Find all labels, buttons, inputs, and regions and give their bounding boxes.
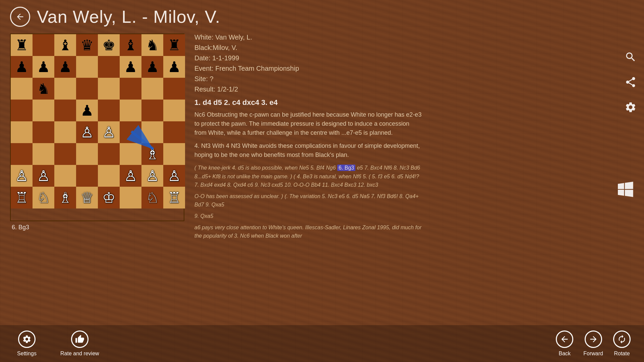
chess-piece: ♙ xyxy=(102,125,115,140)
chess-cell-6-5[interactable]: ♙ xyxy=(120,165,141,187)
thumbs-up-icon-circle xyxy=(71,330,89,348)
back-icon-circle xyxy=(556,330,573,348)
chess-cell-3-7[interactable] xyxy=(163,100,185,121)
game-info-panel: White: Van Wely, L. Black:Milov, V. Date… xyxy=(194,34,422,243)
settings-right-icon-btn[interactable] xyxy=(624,101,637,114)
game-result: Result: 1/2-1/2 xyxy=(194,85,422,93)
chess-cell-6-1[interactable]: ♙ xyxy=(33,165,54,187)
chess-cell-4-1[interactable] xyxy=(33,121,54,143)
chess-cell-3-2[interactable] xyxy=(54,100,76,121)
chess-cell-1-1[interactable]: ♟ xyxy=(33,56,54,78)
chess-cell-3-5[interactable] xyxy=(120,100,141,121)
chess-piece: ♟ xyxy=(59,60,72,74)
chess-cell-5-5[interactable] xyxy=(120,143,141,165)
chess-cell-1-3[interactable] xyxy=(76,56,98,78)
chess-cell-0-4[interactable]: ♚ xyxy=(98,34,120,56)
chess-cell-1-4[interactable] xyxy=(98,56,120,78)
chess-cell-0-5[interactable]: ♝ xyxy=(120,34,141,56)
chess-cell-7-6[interactable]: ♘ xyxy=(141,187,163,208)
chess-cell-0-7[interactable]: ♜ xyxy=(163,34,185,56)
chess-cell-2-7[interactable] xyxy=(163,78,185,100)
chess-cell-2-5[interactable] xyxy=(120,78,141,100)
bottom-left-controls: Settings Rate and review xyxy=(13,330,99,357)
share-icon-btn[interactable] xyxy=(624,75,637,89)
chess-cell-3-4[interactable] xyxy=(98,100,120,121)
chess-cell-1-2[interactable]: ♟ xyxy=(54,56,76,78)
chess-piece: ♔ xyxy=(102,190,115,205)
chess-cell-0-6[interactable]: ♞ xyxy=(141,34,163,56)
chess-cell-0-3[interactable]: ♛ xyxy=(76,34,98,56)
chess-cell-3-6[interactable] xyxy=(141,100,163,121)
chess-cell-2-6[interactable] xyxy=(141,78,163,100)
chess-cell-1-7[interactable]: ♟ xyxy=(163,56,185,78)
chess-cell-6-7[interactable]: ♙ xyxy=(163,165,185,187)
variation-1: ( The knee-jerk 4. d5 is also possible, … xyxy=(194,164,422,189)
chess-cell-5-2[interactable] xyxy=(54,143,76,165)
page-title: Van Wely, L. - Milov, V. xyxy=(37,7,220,27)
chess-cell-2-2[interactable] xyxy=(54,78,76,100)
chess-cell-6-3[interactable] xyxy=(76,165,98,187)
rotate-nav-button[interactable]: Rotate xyxy=(613,330,631,357)
chess-cell-0-2[interactable]: ♝ xyxy=(54,34,76,56)
chess-cell-5-7[interactable] xyxy=(163,143,185,165)
chess-cell-6-6[interactable]: ♙ xyxy=(141,165,163,187)
chess-cell-5-4[interactable] xyxy=(98,143,120,165)
chess-cell-4-4[interactable]: ♙ xyxy=(98,121,120,143)
chess-cell-3-3[interactable]: ♟ xyxy=(76,100,98,121)
chess-piece: ♟ xyxy=(37,60,50,74)
windows-icon-btn[interactable] xyxy=(617,181,634,198)
chess-cell-4-5[interactable] xyxy=(120,121,141,143)
chess-cell-7-5[interactable] xyxy=(120,187,141,208)
chess-cell-2-1[interactable]: ♞ xyxy=(33,78,54,100)
chess-cell-4-7[interactable] xyxy=(163,121,185,143)
chess-cell-7-0[interactable]: ♖ xyxy=(11,187,33,208)
chess-cell-3-1[interactable] xyxy=(33,100,54,121)
chess-piece: ♞ xyxy=(37,81,50,96)
chess-cell-7-2[interactable]: ♗ xyxy=(54,187,76,208)
chess-cell-6-4[interactable] xyxy=(98,165,120,187)
chess-cell-5-0[interactable] xyxy=(11,143,33,165)
annotation-2: 4. Nf3 With 4 Nf3 White avoids these com… xyxy=(194,141,422,160)
chess-cell-5-1[interactable] xyxy=(33,143,54,165)
back-nav-button[interactable]: Back xyxy=(556,330,573,357)
chess-cell-4-6[interactable] xyxy=(141,121,163,143)
chess-cell-4-2[interactable] xyxy=(54,121,76,143)
chess-cell-2-0[interactable] xyxy=(11,78,33,100)
chess-piece: ♘ xyxy=(37,190,50,205)
back-header-button[interactable] xyxy=(10,7,30,27)
chess-cell-7-3[interactable]: ♕ xyxy=(76,187,98,208)
bottom-bar: Settings Rate and review Back Forward xyxy=(0,325,644,362)
settings-button[interactable]: Settings xyxy=(13,330,40,357)
forward-nav-label: Forward xyxy=(583,351,603,357)
chess-board: ♜♝♛♚♝♞♜♟♟♟♟♟♟♞♟♙♙♗♙♙♙♙♙♖♘♗♕♔♘♖ xyxy=(10,34,184,221)
chess-cell-6-2[interactable] xyxy=(54,165,76,187)
chess-cell-6-0[interactable]: ♙ xyxy=(11,165,33,187)
chess-cell-0-0[interactable]: ♜ xyxy=(11,34,33,56)
back-nav-label: Back xyxy=(559,351,571,357)
chess-piece: ♖ xyxy=(168,190,181,205)
chess-cell-7-1[interactable]: ♘ xyxy=(33,187,54,208)
chess-cell-2-4[interactable] xyxy=(98,78,120,100)
forward-nav-button[interactable]: Forward xyxy=(583,330,603,357)
chess-piece: ♟ xyxy=(146,60,159,74)
chess-cell-5-6[interactable]: ♗ xyxy=(141,143,163,165)
chess-cell-5-3[interactable] xyxy=(76,143,98,165)
chess-cell-1-5[interactable]: ♟ xyxy=(120,56,141,78)
chess-cell-7-4[interactable]: ♔ xyxy=(98,187,120,208)
chess-cell-1-0[interactable]: ♟ xyxy=(11,56,33,78)
rate-review-button[interactable]: Rate and review xyxy=(60,330,99,357)
chess-cell-3-0[interactable] xyxy=(11,100,33,121)
chess-cell-1-6[interactable]: ♟ xyxy=(141,56,163,78)
annotation-1: Nc6 Obstructing the c-pawn can be justif… xyxy=(194,110,422,137)
chess-piece: ♗ xyxy=(59,190,72,205)
chess-cell-0-1[interactable] xyxy=(33,34,54,56)
rotate-icon-circle xyxy=(613,330,631,348)
chess-cell-7-7[interactable]: ♖ xyxy=(163,187,185,208)
board-container: ♜♝♛♚♝♞♜♟♟♟♟♟♟♞♟♙♙♗♙♙♙♙♙♖♘♗♕♔♘♖ 6. Bg3 xyxy=(10,34,184,243)
chess-cell-4-0[interactable] xyxy=(11,121,33,143)
chess-cell-2-3[interactable] xyxy=(76,78,98,100)
board-wrapper: ♜♝♛♚♝♞♜♟♟♟♟♟♟♞♟♙♙♗♙♙♙♙♙♖♘♗♕♔♘♖ xyxy=(10,34,184,221)
settings-icon-circle xyxy=(18,330,36,348)
chess-cell-4-3[interactable]: ♙ xyxy=(76,121,98,143)
search-icon-btn[interactable] xyxy=(624,50,637,64)
